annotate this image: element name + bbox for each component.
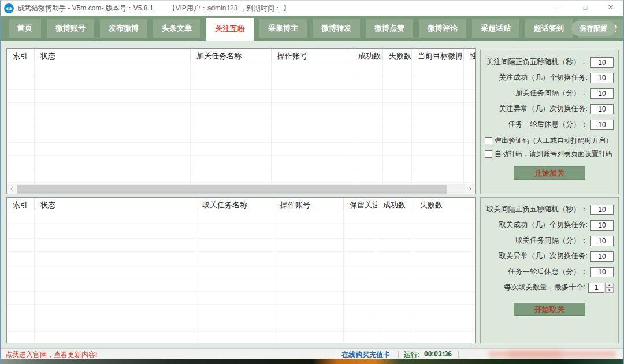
horizontal-scrollbar[interactable]: ‹ › [7,184,475,194]
column-header[interactable]: 成功数 [352,49,383,62]
field-label: 加关任务间隔（分）： [515,88,588,98]
column-header[interactable]: 加关任务名称 [191,49,272,62]
config-row: 加关任务间隔（分）： [481,86,618,101]
scrollbar-track[interactable] [17,184,465,194]
follow-table-body [7,63,475,184]
column-header[interactable]: 索引 [7,198,35,211]
start-unfollow-button[interactable]: 开始取关 [514,303,585,316]
unfollow-task-interval-input[interactable] [590,236,614,246]
tab-weibo-account[interactable]: 微博账号 [47,19,94,38]
column-header[interactable]: 取关任务名称 [196,198,274,211]
tab-publish-weibo[interactable]: 发布微博 [100,19,147,38]
tab-toutiao-article[interactable]: 头条文章 [153,19,200,38]
follow-interval-input[interactable] [590,57,614,68]
scrollbar-thumb[interactable] [17,185,447,194]
titlebar: ω 威武猫微博助手 - V5m.com- 版本号：V5.8.1 【VIP用户：a… [1,1,623,16]
run-time-value: 00:03:36 [424,350,452,358]
column-header[interactable]: 当前目标微博 [412,49,464,62]
unfollow-task-table: 索引 状态 取关任务名称 操作账号 保留关注 成功数 失败数 [6,197,476,343]
desktop-taskbar-strip [1,359,623,364]
window-title: 威武猫微博助手 - V5m.com- 版本号：V5.8.1 [17,3,153,13]
follow-error-switch-input[interactable] [590,104,614,114]
checkbox-icon[interactable] [485,137,492,144]
stepper-down-icon[interactable]: ▼ [605,288,614,293]
unfollow-error-switch-input[interactable] [590,251,614,262]
close-icon[interactable]: ✕ [598,1,623,16]
scroll-right-icon[interactable]: › [465,184,475,194]
config-row: 取关任务间隔（分）： [481,233,618,248]
tab-supertopic-checkin[interactable]: 超话签到 [525,19,573,38]
unfollow-success-switch-input[interactable] [590,220,614,231]
field-label: 关注异常（几）次切换任务: [499,104,588,114]
checkbox-label: 弹出验证码（人工或自动打码时开启） [495,136,612,146]
captcha-popup-option[interactable]: 弹出验证码（人工或自动打码时开启） [481,136,618,146]
column-header[interactable]: 保留关注 [344,198,377,211]
field-label: 取关成功（几）个切换任务: [499,220,588,230]
column-header[interactable]: 失败数 [414,198,475,211]
field-label: 取关任务间隔（分）： [515,236,588,246]
field-label: 取关异常（几）次切换任务: [499,251,588,261]
unfollow-interval-input[interactable] [590,205,614,215]
column-header[interactable]: 成功数 [377,198,414,211]
unfollow-table-body [7,212,475,343]
save-config-button[interactable]: 保存配置 [571,21,615,36]
tab-weibo-like[interactable]: 微博点赞 [366,19,413,38]
auto-captcha-option[interactable]: 自动打码，请到账号列表页面设置打码 [481,149,618,159]
follow-config-panel: 关注间隔正负五秒随机（秒）： 关注成功（几）个切换任务: 加关任务间隔（分）： … [480,50,619,194]
column-header[interactable]: 失败数 [383,49,412,62]
stepper-arrows: ▲ ▼ [605,283,614,293]
checkbox-icon[interactable] [485,150,492,158]
field-label: 每次取关数量，最多十个: [504,283,585,292]
maximize-icon[interactable]: □ [573,1,598,16]
tab-bar: 首页 微博账号 发布微博 头条文章 关注互粉 采集博主 微博转发 微博点赞 微博… [1,16,623,41]
config-row: 任务一轮后休息（分）： [481,117,618,132]
scroll-left-icon[interactable]: ‹ [7,184,17,194]
checkbox-label: 自动打码，请到账号列表页面设置打码 [495,149,612,159]
column-header[interactable]: 索引 [7,49,35,62]
follow-task-interval-input[interactable] [590,88,614,99]
config-row: 任务一轮后休息（分）： [481,264,618,280]
tab-weibo-comment[interactable]: 微博评论 [419,19,466,38]
column-header[interactable]: 状态 [35,49,191,62]
start-follow-button[interactable]: 开始加关 [514,166,585,180]
vip-info: 【VIP用户：admin123 ，到期时间： 】 [168,3,290,13]
column-header[interactable]: 性别 [464,49,475,62]
unfollow-rest-input[interactable] [590,267,614,277]
config-row: 关注成功（几）个切换任务: [481,70,618,86]
field-label: 关注成功（几）个切换任务: [499,73,588,83]
column-header[interactable]: 操作账号 [272,49,352,62]
follow-task-table: 索引 状态 加关任务名称 操作账号 成功数 失败数 当前目标微博 性别 ‹ › [6,48,476,194]
follow-rest-input[interactable] [590,120,614,130]
stepper-up-icon[interactable]: ▲ [605,283,614,288]
follow-table-header: 索引 状态 加关任务名称 操作账号 成功数 失败数 当前目标微博 性别 [7,49,475,62]
field-label: 任务一轮后休息（分）： [508,120,588,129]
config-row: 关注异常（几）次切换任务: [481,101,618,117]
status-bar: 点我进入官网，查看更新内容! 在线购买充值卡 运行: 00:03:36 [1,348,623,359]
follow-success-switch-input[interactable] [590,73,614,83]
unfollow-table-header: 索引 状态 取关任务名称 操作账号 保留关注 成功数 失败数 [7,198,475,211]
tab-home[interactable]: 首页 [9,19,41,38]
config-row: 关注间隔正负五秒随机（秒）： [481,54,618,70]
config-row: 取关间隔正负五秒随机（秒）： [481,202,618,217]
redacted-info-blur [509,351,561,357]
config-row: 取关异常（几）次切换任务: [481,248,618,264]
tab-collect-blogger[interactable]: 采集博主 [259,19,307,38]
column-header[interactable]: 状态 [35,198,196,211]
field-label: 取关间隔正负五秒随机（秒）： [486,205,588,214]
config-row: 每次取关数量，最多十个: ▲ ▼ [481,280,618,295]
tab-weibo-repost[interactable]: 微博转发 [313,19,360,38]
field-label: 关注间隔正负五秒随机（秒）： [486,57,588,67]
tab-collect-supertopic[interactable]: 采超话贴 [472,19,519,38]
unfollow-config-panel: 取关间隔正负五秒随机（秒）： 取关成功（几）个切换任务: 取关任务间隔（分）： … [480,197,619,343]
minimize-icon[interactable]: — [547,1,573,16]
column-header[interactable]: 操作账号 [274,198,344,211]
tab-follow-mutual[interactable]: 关注互粉 [206,18,254,41]
app-logo-icon: ω [4,3,14,13]
config-row: 取关成功（几）个切换任务: [481,217,618,233]
app-window: ω 威武猫微博助手 - V5m.com- 版本号：V5.8.1 【VIP用户：a… [0,0,624,364]
unfollow-count-stepper[interactable] [588,283,604,293]
main-area: 索引 状态 加关任务名称 操作账号 成功数 失败数 当前目标微博 性别 ‹ › [1,41,624,348]
field-label: 任务一轮后休息（分）： [508,267,588,277]
